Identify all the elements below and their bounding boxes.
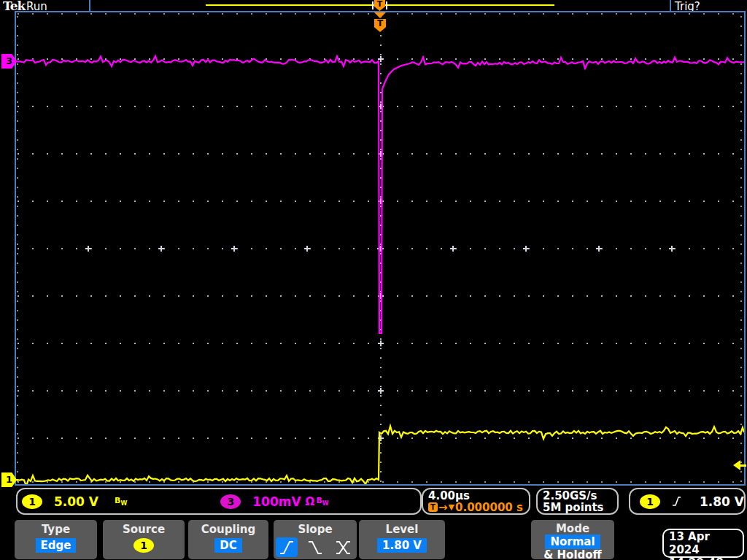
slope-label: Slope <box>274 523 357 536</box>
mode-value2: & Holdoff <box>531 549 614 560</box>
trigger-t-icon: T <box>428 502 438 512</box>
slope-rising-option[interactable] <box>276 537 298 557</box>
level-label: Level <box>359 523 445 536</box>
coupling-value: DC <box>214 538 241 553</box>
menu-button-level[interactable]: Level 1.80 V <box>359 520 445 559</box>
menu-button-slope[interactable]: Slope <box>274 520 357 559</box>
mode-value: Normal <box>545 534 600 549</box>
trigger-level-arrow-icon <box>733 460 746 471</box>
menu-button-source[interactable]: Source 1 <box>103 520 185 559</box>
waveform-traces <box>0 0 747 560</box>
trigger-level-value: 1.80 V <box>700 494 744 509</box>
type-value: Edge <box>36 538 77 553</box>
ch1-badge: 1 <box>22 494 42 509</box>
slope-falling-option[interactable] <box>304 537 326 557</box>
type-label: Type <box>15 523 97 536</box>
timebase-scale: 4.00µs <box>428 490 470 502</box>
ch1-bandwidth-icon: BW <box>115 496 127 507</box>
acquisition-readout-box: 2.50GS/s 5M points <box>536 488 619 515</box>
ch3-bandwidth-icon: BW <box>316 496 328 507</box>
menu-button-type[interactable]: Type Edge <box>15 520 97 559</box>
level-value: 1.80 V <box>377 538 427 553</box>
date-value: 13 Apr 2024 <box>669 530 743 556</box>
ch3-scale: 100mV <box>252 494 301 509</box>
trigger-position-triangle-icon <box>374 12 386 18</box>
mode-label: Mode <box>531 523 614 534</box>
ch1-trace <box>15 426 744 486</box>
either-edge-icon <box>334 539 353 556</box>
rising-edge-icon <box>672 495 681 508</box>
trigger-source-badge: 1 <box>640 494 660 509</box>
ch3-trace <box>15 56 744 333</box>
rising-edge-icon <box>278 539 295 556</box>
ch3-badge: 3 <box>220 494 241 509</box>
channel-readout-box: 1 5.00 V BW 3 100mV Ω BW <box>16 488 422 515</box>
coupling-label: Coupling <box>188 523 268 536</box>
menu-button-coupling[interactable]: Coupling DC <box>188 520 268 559</box>
slope-either-option[interactable] <box>333 537 355 557</box>
trigger-time-readout: T→▼0.000000 s <box>428 502 523 513</box>
record-length: 5M points <box>543 502 604 513</box>
source-value-badge: 1 <box>133 538 154 553</box>
sample-rate: 2.50GS/s <box>543 490 597 502</box>
falling-edge-icon <box>306 539 324 556</box>
menu-button-mode[interactable]: Mode Normal & Holdoff <box>531 520 614 559</box>
ch1-scale: 5.00 V <box>54 494 98 509</box>
datetime-box: 13 Apr 2024 14:20:48 <box>662 529 744 558</box>
time-value: 14:20:48 <box>669 556 743 560</box>
oscilloscope-screen: Tek Run T Trig? T 3 1 1 5.00 V BW 3 100m… <box>0 0 747 560</box>
trigger-readout-box: 1 1.80 V <box>629 488 746 515</box>
timebase-readout-box: 4.00µs T→▼0.000000 s <box>422 488 530 515</box>
ch3-impedance: Ω <box>306 495 315 508</box>
source-label: Source <box>103 523 185 536</box>
